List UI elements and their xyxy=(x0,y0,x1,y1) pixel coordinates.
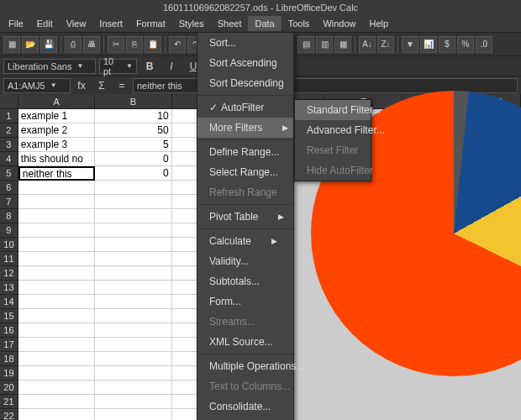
submenu-item[interactable]: Standard Filter... xyxy=(295,100,371,120)
row-header[interactable]: 1 xyxy=(0,109,18,123)
undo-icon[interactable]: ↶ xyxy=(169,36,186,53)
menu-item[interactable]: More Filters▶ xyxy=(197,118,293,138)
column-header[interactable]: A xyxy=(18,94,95,109)
row-header[interactable]: 14 xyxy=(0,295,18,309)
cell[interactable] xyxy=(18,338,95,352)
row-header[interactable]: 2 xyxy=(0,123,18,138)
sort-desc-icon[interactable]: Z↓ xyxy=(377,36,394,53)
row-header[interactable]: 20 xyxy=(0,381,18,395)
row-header[interactable]: 12 xyxy=(0,266,18,281)
cell[interactable]: 5 xyxy=(95,138,171,152)
row-header[interactable]: 5 xyxy=(0,166,18,181)
percent-icon[interactable]: % xyxy=(457,36,474,53)
table-icon[interactable]: ▦ xyxy=(334,36,351,53)
sort-asc-icon[interactable]: A↓ xyxy=(359,36,376,53)
cell[interactable] xyxy=(18,252,95,266)
row-header[interactable]: 13 xyxy=(0,281,18,295)
open-icon[interactable]: 📂 xyxy=(22,36,39,53)
cell[interactable] xyxy=(95,266,171,281)
cell[interactable]: this should no xyxy=(18,152,95,166)
copy-icon[interactable]: ⎘ xyxy=(126,36,143,53)
menu-item[interactable]: Pivot Table▶ xyxy=(197,207,293,227)
cell[interactable]: 0 xyxy=(95,152,171,166)
cell-reference-box[interactable]: A1:AMJ5 ▼ xyxy=(3,78,71,93)
menu-format[interactable]: Format xyxy=(129,16,172,31)
cell[interactable] xyxy=(18,223,95,238)
cell[interactable] xyxy=(18,266,95,281)
cell[interactable] xyxy=(95,281,171,295)
cell[interactable] xyxy=(18,352,95,366)
row-header[interactable]: 17 xyxy=(0,338,18,352)
row-header[interactable]: 9 xyxy=(0,223,18,238)
print-icon[interactable]: 🖶 xyxy=(83,36,100,53)
select-all-corner[interactable] xyxy=(0,94,18,109)
menu-item[interactable]: XML Source... xyxy=(197,332,293,352)
menu-styles[interactable]: Styles xyxy=(172,16,211,31)
cell[interactable] xyxy=(95,409,171,420)
cell[interactable]: 50 xyxy=(95,123,171,138)
row-header[interactable]: 11 xyxy=(0,252,18,266)
menu-item[interactable]: Validity... xyxy=(197,251,293,271)
italic-button[interactable]: I xyxy=(162,59,181,74)
row-header[interactable]: 3 xyxy=(0,138,18,152)
row-icon[interactable]: ▤ xyxy=(297,36,314,53)
cell[interactable] xyxy=(95,238,171,252)
row-header[interactable]: 4 xyxy=(0,152,18,166)
menu-item[interactable]: Multiple Operations... xyxy=(197,356,293,376)
cell[interactable] xyxy=(18,295,95,309)
cell[interactable] xyxy=(95,181,171,195)
menu-item[interactable]: Calculate▶ xyxy=(197,231,293,251)
cell[interactable] xyxy=(18,381,95,395)
menu-tools[interactable]: Tools xyxy=(282,16,317,31)
row-header[interactable]: 15 xyxy=(0,309,18,323)
menu-item[interactable]: Consolidate... xyxy=(197,396,293,417)
cell[interactable]: example 3 xyxy=(18,138,95,152)
menu-insert[interactable]: Insert xyxy=(92,16,129,31)
cell[interactable] xyxy=(95,366,171,381)
cell[interactable] xyxy=(18,366,95,381)
menu-item[interactable]: Sort Descending xyxy=(197,73,293,93)
menu-item[interactable]: Sort Ascending xyxy=(197,53,293,73)
menu-item[interactable]: Select Range... xyxy=(197,162,293,182)
filter-icon[interactable]: ▼ xyxy=(402,36,418,53)
cut-icon[interactable]: ✂ xyxy=(108,36,124,53)
cell[interactable] xyxy=(95,252,171,266)
cell[interactable] xyxy=(95,295,171,309)
cell[interactable] xyxy=(18,309,95,323)
menu-window[interactable]: Window xyxy=(316,16,362,31)
col-icon[interactable]: ▥ xyxy=(316,36,333,53)
fx-icon[interactable]: fx xyxy=(72,78,91,93)
row-header[interactable]: 6 xyxy=(0,181,18,195)
font-size-combo[interactable]: 10 pt ▼ xyxy=(99,59,137,74)
cell[interactable] xyxy=(18,409,95,420)
cell[interactable] xyxy=(18,181,95,195)
cell[interactable] xyxy=(95,338,171,352)
cell[interactable] xyxy=(18,209,95,223)
menu-view[interactable]: View xyxy=(60,16,93,31)
cell[interactable] xyxy=(18,323,95,338)
new-icon[interactable]: ▦ xyxy=(3,36,20,53)
font-name-combo[interactable]: Liberation Sans ▼ xyxy=(3,59,96,74)
cell[interactable] xyxy=(18,195,95,209)
menu-item[interactable]: Form... xyxy=(197,291,293,312)
pdf-icon[interactable]: ⎙ xyxy=(65,36,82,53)
save-icon[interactable]: 💾 xyxy=(40,36,57,53)
menu-item[interactable]: Subtotals... xyxy=(197,271,293,291)
cell[interactable]: 10 xyxy=(95,109,171,123)
cell[interactable] xyxy=(95,309,171,323)
currency-icon[interactable]: $ xyxy=(439,36,455,53)
menu-item[interactable]: Sort... xyxy=(197,33,293,53)
row-header[interactable]: 16 xyxy=(0,323,18,338)
row-header[interactable]: 19 xyxy=(0,366,18,381)
menu-edit[interactable]: Edit xyxy=(30,16,60,31)
cell[interactable] xyxy=(95,195,171,209)
column-header[interactable]: B xyxy=(95,94,171,109)
cell[interactable] xyxy=(18,281,95,295)
decimal-icon[interactable]: .0 xyxy=(476,36,492,53)
chart-icon[interactable]: 📊 xyxy=(420,36,437,53)
row-header[interactable]: 7 xyxy=(0,195,18,209)
cell[interactable]: neither this xyxy=(18,166,95,181)
cell[interactable] xyxy=(95,323,171,338)
cell[interactable] xyxy=(95,381,171,395)
menu-file[interactable]: File xyxy=(2,16,30,31)
